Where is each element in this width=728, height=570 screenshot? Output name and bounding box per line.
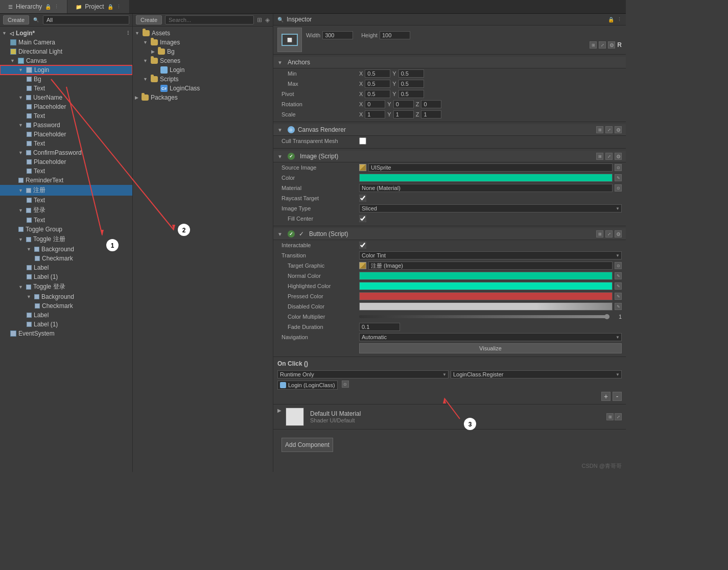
transition-value[interactable]: Color Tint bbox=[359, 251, 622, 259]
tree-login[interactable]: ▼ Login bbox=[0, 65, 132, 75]
material-input[interactable]: None (Material) bbox=[359, 184, 613, 192]
cr-gear-icon[interactable]: ⚙ bbox=[615, 126, 622, 133]
cr-icon-2[interactable]: ⤢ bbox=[605, 126, 613, 133]
material-icon-1[interactable]: ⊞ bbox=[606, 413, 614, 420]
width-input[interactable]: 300 bbox=[322, 31, 353, 39]
project-assets[interactable]: ▼ Assets bbox=[133, 29, 273, 38]
hierarchy-tab[interactable]: ☰ Hierarchy 🔒 ⋮ bbox=[0, 0, 67, 13]
target-graphic-input[interactable]: 注册 (Image) bbox=[368, 262, 613, 270]
project-create-button[interactable]: Create bbox=[136, 15, 162, 25]
expand-icon[interactable]: ⤢ bbox=[599, 41, 606, 49]
scene-root[interactable]: ▼ ◁ Login* ⋮ bbox=[0, 29, 132, 38]
project-packages[interactable]: ▶ Packages bbox=[133, 93, 273, 102]
tree-toggle-denglu-label[interactable]: Label bbox=[0, 311, 132, 320]
project-login-class[interactable]: C# LoginClass bbox=[133, 84, 273, 93]
image-script-header[interactable]: ▼ ✓ Image (Script) ⊞ ⤢ ⚙ bbox=[273, 151, 626, 162]
target-graphic-select-icon[interactable]: ⊙ bbox=[615, 262, 622, 269]
tree-confirm-text[interactable]: Text bbox=[0, 167, 132, 176]
pivot-x-input[interactable]: 0.5 bbox=[365, 90, 390, 98]
max-y-input[interactable]: 0.5 bbox=[398, 80, 424, 88]
tree-toggle-denglu-check[interactable]: Checkmark bbox=[0, 301, 132, 311]
raycast-checkbox[interactable] bbox=[359, 195, 366, 202]
tree-toggle-group[interactable]: Toggle Group bbox=[0, 225, 132, 234]
btn-icon-1[interactable]: ⊞ bbox=[596, 230, 603, 238]
project-tab[interactable]: 📁 Project 🔒 ⋮ bbox=[67, 0, 129, 13]
tree-username-placeholder[interactable]: Placeholder bbox=[0, 102, 132, 111]
visualize-button[interactable]: Visualize bbox=[359, 343, 622, 353]
r-button[interactable]: R bbox=[617, 41, 622, 49]
project-icon-1[interactable]: ⊞ bbox=[257, 16, 262, 23]
tree-text[interactable]: Text bbox=[0, 84, 132, 93]
tree-password[interactable]: ▼ Password bbox=[0, 121, 132, 130]
project-login-scene[interactable]: Login bbox=[133, 65, 273, 75]
pressed-color-edit[interactable]: ✎ bbox=[615, 293, 622, 300]
normal-color-bar[interactable] bbox=[359, 272, 613, 280]
rot-y-input[interactable]: 0 bbox=[393, 100, 414, 108]
tree-event-system[interactable]: EventSystem bbox=[0, 329, 132, 338]
fill-center-checkbox[interactable] bbox=[359, 215, 366, 222]
material-icon-2[interactable]: ⤢ bbox=[615, 413, 622, 420]
runtime-only-display[interactable]: Runtime Only bbox=[277, 370, 449, 378]
color-multiplier-track[interactable] bbox=[359, 315, 609, 318]
project-images[interactable]: ▼ Images bbox=[133, 38, 273, 47]
tree-toggle-zhuce-label[interactable]: Label bbox=[0, 263, 132, 272]
tree-denglu[interactable]: ▼ 登录 bbox=[0, 205, 132, 216]
source-image-select-icon[interactable]: ⊙ bbox=[615, 164, 622, 171]
min-x-input[interactable]: 0.5 bbox=[365, 69, 390, 78]
normal-color-edit[interactable]: ✎ bbox=[615, 272, 622, 279]
material-select-icon[interactable]: ⊙ bbox=[615, 184, 622, 192]
fade-duration-input[interactable]: 0.1 bbox=[359, 323, 400, 331]
tree-password-placeholder[interactable]: Placeholder bbox=[0, 130, 132, 139]
pressed-color-bar[interactable] bbox=[359, 292, 613, 300]
settings-icon-top[interactable]: ⚙ bbox=[608, 41, 615, 49]
tree-username-text[interactable]: Text bbox=[0, 111, 132, 121]
scale-x-input[interactable]: 1 bbox=[365, 110, 385, 118]
image-type-display[interactable]: Sliced bbox=[359, 204, 622, 212]
navigation-display[interactable]: Automatic bbox=[359, 333, 622, 341]
tree-toggle-denglu-bg[interactable]: ▼ Background bbox=[0, 292, 132, 301]
blueprint-icon[interactable]: ⊞ bbox=[590, 41, 597, 49]
pivot-y-input[interactable]: 0.5 bbox=[398, 90, 424, 98]
tree-toggle-denglu[interactable]: ▼ Toggle 登录 bbox=[0, 281, 132, 292]
canvas-renderer-header[interactable]: ▼ ⊙ Canvas Renderer ⊞ ⤢ ⚙ bbox=[273, 124, 626, 136]
project-icon-2[interactable]: ◈ bbox=[265, 16, 270, 23]
project-scripts[interactable]: ▼ Scripts bbox=[133, 75, 273, 84]
scale-y-input[interactable]: 1 bbox=[393, 110, 414, 118]
tree-directional-light[interactable]: Directional Light bbox=[0, 47, 132, 56]
max-x-input[interactable]: 0.5 bbox=[365, 80, 390, 88]
tree-toggle-zhuce-label2[interactable]: Label (1) bbox=[0, 272, 132, 281]
tree-denglu-text[interactable]: Text bbox=[0, 216, 132, 225]
navigation-value[interactable]: Automatic bbox=[359, 333, 622, 341]
project-bg-folder[interactable]: ▶ Bg bbox=[133, 47, 273, 56]
interactable-checkbox[interactable] bbox=[359, 242, 366, 249]
tree-toggle-zhuce-check[interactable]: Checkmark bbox=[0, 254, 132, 263]
tree-confirm-placeholder[interactable]: Placeholder bbox=[0, 157, 132, 167]
btn-icon-2[interactable]: ⤢ bbox=[605, 230, 613, 238]
scale-z-input[interactable]: 1 bbox=[421, 110, 441, 118]
rot-z-input[interactable]: 0 bbox=[421, 100, 441, 108]
img-color-bar[interactable] bbox=[359, 174, 613, 182]
source-image-input[interactable]: UISprite bbox=[368, 163, 613, 172]
tree-toggle-zhuce-bg[interactable]: ▼ Background bbox=[0, 245, 132, 254]
tree-username[interactable]: ▼ UserName bbox=[0, 93, 132, 102]
rot-x-input[interactable]: 0 bbox=[365, 100, 385, 108]
tree-confirm-password[interactable]: ▼ ConfirmPassword bbox=[0, 148, 132, 157]
project-search-input[interactable] bbox=[165, 15, 254, 25]
tree-password-text[interactable]: Text bbox=[0, 139, 132, 148]
tree-bg[interactable]: Bg bbox=[0, 75, 132, 84]
tree-zhuce[interactable]: ▼ 注册 bbox=[0, 185, 132, 196]
tree-main-camera[interactable]: Main Camera bbox=[0, 38, 132, 47]
hierarchy-search-input[interactable] bbox=[43, 15, 129, 25]
img-color-edit-icon[interactable]: ✎ bbox=[615, 174, 622, 181]
anchors-header[interactable]: ▼ Anchors bbox=[273, 57, 626, 68]
remove-onclick-button[interactable]: - bbox=[613, 392, 622, 401]
img-icon-1[interactable]: ⊞ bbox=[596, 153, 603, 160]
hierarchy-create-button[interactable]: Create bbox=[3, 15, 29, 25]
runtime-only-wrapper[interactable]: Runtime Only bbox=[277, 370, 449, 378]
onclick-object-select[interactable]: ⊙ bbox=[342, 381, 349, 388]
btn-gear-icon[interactable]: ⚙ bbox=[615, 230, 622, 238]
color-multiplier-thumb[interactable] bbox=[604, 314, 609, 319]
min-y-input[interactable]: 0.5 bbox=[398, 69, 424, 78]
add-onclick-button[interactable]: + bbox=[601, 392, 610, 401]
add-component-button[interactable]: Add Component bbox=[281, 438, 333, 452]
